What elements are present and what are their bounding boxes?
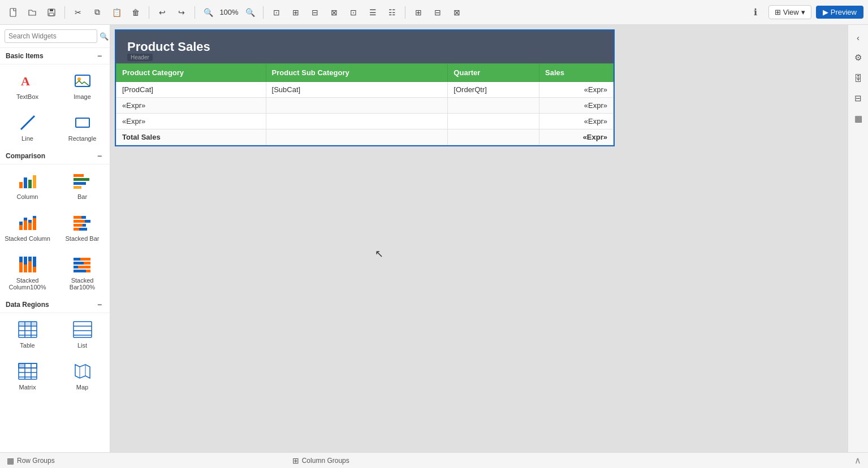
right-filter-icon[interactable]: ⊟	[850, 90, 866, 106]
widget-matrix[interactable]: Matrix	[0, 355, 55, 397]
preview-button[interactable]: ▶ Preview	[816, 6, 863, 19]
widget-stacked-column[interactable]: Stacked Column	[0, 206, 55, 248]
align-button-3[interactable]: ⊟	[306, 4, 323, 21]
redo-button[interactable]: ↪	[173, 4, 190, 21]
copy-button[interactable]: ⧉	[89, 4, 106, 21]
paste-button[interactable]: 📋	[108, 4, 125, 21]
report-widget[interactable]: Product Sales Header Product Category Pr…	[116, 31, 614, 145]
align-button-2[interactable]: ⊞	[287, 4, 304, 21]
right-properties-icon[interactable]: ▦	[850, 111, 866, 127]
cell-2-2[interactable]	[266, 98, 448, 114]
widget-stacked-bar-100[interactable]: Stacked Bar100%	[55, 248, 110, 297]
th-quarter[interactable]: Quarter	[448, 64, 539, 82]
zoom-out-button[interactable]: 🔍	[200, 4, 217, 21]
align-button-6[interactable]: ☰	[364, 4, 381, 21]
th-sales[interactable]: Sales	[539, 64, 614, 82]
textbox-label: TextBox	[16, 93, 38, 100]
widget-image[interactable]: Image	[55, 64, 110, 106]
svg-rect-20	[24, 218, 27, 220]
widget-textbox[interactable]: A TextBox	[0, 64, 55, 106]
widget-stacked-column-100[interactable]: Stacked Column100%	[0, 248, 55, 297]
comparison-collapse-icon[interactable]: −	[95, 151, 104, 161]
undo-button[interactable]: ↩	[154, 4, 171, 21]
search-input[interactable]	[5, 29, 97, 43]
cell-3-4[interactable]: «Expr»	[539, 114, 614, 129]
zoom-in-button[interactable]: 🔍	[241, 4, 258, 21]
new-button[interactable]	[5, 4, 21, 21]
textbox-icon: A	[18, 71, 38, 91]
report-table: Product Category Product Sub Category Qu…	[116, 63, 614, 145]
cell-3-2[interactable]	[266, 114, 448, 129]
cell-2-3[interactable]	[448, 98, 539, 114]
svg-rect-42	[74, 258, 80, 261]
info-button[interactable]: ℹ	[747, 4, 764, 21]
widget-rectangle[interactable]: Rectangle	[55, 106, 110, 148]
th-product-category[interactable]: Product Category	[116, 64, 266, 82]
cell-1-2[interactable]: [SubCat]	[266, 82, 448, 98]
widget-list[interactable]: List	[55, 313, 110, 355]
svg-rect-10	[24, 177, 27, 188]
svg-rect-23	[33, 218, 36, 230]
data-regions-collapse-icon[interactable]: −	[95, 300, 104, 309]
widget-stacked-bar[interactable]: Stacked Bar	[55, 206, 110, 248]
cell-1-4[interactable]: «Expr»	[539, 82, 614, 98]
right-settings-icon[interactable]: ⚙	[850, 50, 866, 66]
right-sidebar: ‹ ⚙ 🗄 ⊟ ▦	[848, 25, 868, 452]
cell-1-1[interactable]: [ProdCat]	[116, 82, 266, 98]
bottom-bar: ▦ Row Groups ⊞ Column Groups ∧	[0, 452, 868, 468]
cell-3-3[interactable]	[448, 114, 539, 129]
svg-text:A: A	[21, 74, 30, 88]
layout-button-3[interactable]: ⊠	[448, 4, 465, 21]
cell-4-2[interactable]	[266, 129, 448, 145]
cell-2-4[interactable]: «Expr»	[539, 98, 614, 114]
align-button-4[interactable]: ⊠	[326, 4, 343, 21]
column-groups-icon: ⊞	[292, 456, 299, 465]
cell-4-4[interactable]: «Expr»	[539, 129, 614, 145]
matrix-icon	[18, 361, 38, 382]
svg-rect-38	[28, 257, 32, 261]
table-header-row: Product Category Product Sub Category Qu…	[116, 64, 614, 82]
align-button-7[interactable]: ☷	[383, 4, 400, 21]
bottom-collapse-button[interactable]: ∧	[854, 455, 861, 466]
save-button[interactable]	[43, 4, 60, 21]
layout-button-2[interactable]: ⊟	[429, 4, 446, 21]
basic-items-collapse-icon[interactable]: −	[95, 51, 104, 60]
th-product-sub-category[interactable]: Product Sub Category	[266, 64, 448, 82]
widget-map[interactable]: Map	[55, 355, 110, 397]
right-data-icon[interactable]: 🗄	[850, 70, 866, 86]
cell-4-1[interactable]: Total Sales	[116, 129, 266, 145]
align-button-5[interactable]: ⊡	[345, 4, 362, 21]
zoom-control: 🔍 100% 🔍	[200, 4, 258, 21]
report-header-label: Header	[127, 54, 153, 61]
canvas-area[interactable]: Product Sales Header Product Category Pr…	[110, 25, 848, 452]
stacked-bar-icon	[72, 213, 93, 233]
svg-rect-16	[74, 186, 81, 189]
rectangle-label: Rectangle	[68, 135, 97, 142]
cell-1-3[interactable]: [OrderQtr]	[448, 82, 539, 98]
report-header[interactable]: Product Sales Header	[116, 31, 614, 63]
view-button[interactable]: ⊞ View ▾	[768, 5, 811, 19]
column-chart-icon	[18, 171, 38, 191]
align-button-1[interactable]: ⊡	[268, 4, 285, 21]
list-icon	[72, 319, 93, 340]
svg-rect-55	[19, 322, 37, 326]
layout-button-1[interactable]: ⊞	[410, 4, 427, 21]
svg-rect-9	[19, 182, 23, 188]
svg-rect-29	[74, 224, 83, 227]
cell-2-1[interactable]: «Expr»	[116, 98, 266, 114]
svg-rect-17	[19, 225, 23, 230]
delete-button[interactable]: 🗑	[127, 4, 144, 21]
widget-table[interactable]: Table	[0, 313, 55, 355]
widget-column[interactable]: Column	[0, 164, 55, 206]
cell-3-1[interactable]: «Expr»	[116, 114, 266, 129]
cell-4-3[interactable]	[448, 129, 539, 145]
right-collapse-icon[interactable]: ‹	[850, 29, 866, 45]
cut-button[interactable]: ✂	[70, 4, 87, 21]
widget-bar[interactable]: Bar	[55, 164, 110, 206]
line-icon	[18, 112, 38, 133]
open-button[interactable]	[24, 4, 41, 21]
basic-items-section-header: Basic Items −	[0, 48, 110, 64]
svg-rect-12	[33, 175, 36, 188]
matrix-label: Matrix	[19, 384, 36, 391]
widget-line[interactable]: Line	[0, 106, 55, 148]
